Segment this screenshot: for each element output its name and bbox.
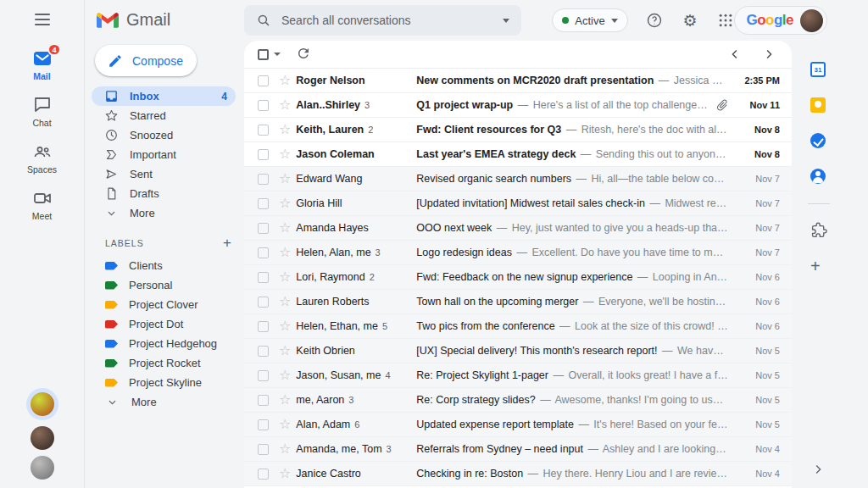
plus-icon[interactable]: + (810, 248, 830, 284)
account-avatar[interactable] (800, 9, 823, 32)
star-icon[interactable]: ☆ (279, 344, 291, 358)
label-item[interactable]: Project Skyline (85, 373, 244, 392)
label-item[interactable]: Project Hedgehog (85, 334, 244, 353)
keep-icon[interactable] (810, 87, 830, 123)
row-checkbox[interactable] (258, 297, 269, 308)
email-row[interactable]: ☆ Amanda Hayes OOO next week — Hey, just… (244, 216, 792, 241)
email-row[interactable]: ☆ Janice Castro Checking in re: Boston —… (244, 462, 792, 486)
sidebar-item[interactable]: Sent (92, 164, 236, 184)
select-all-checkbox[interactable] (258, 49, 269, 60)
email-row[interactable]: ☆ Alan, Adam 6 Updated expense report te… (244, 413, 792, 437)
row-checkbox[interactable] (258, 272, 269, 283)
add-label-button[interactable]: + (223, 236, 232, 250)
email-row[interactable]: ☆ Lori, Raymond 2 Fwd: Feedback on the n… (244, 265, 792, 290)
email-row[interactable]: ☆ Helen, Ethan, me 5 Two pics from the c… (244, 314, 792, 339)
puzzle-icon[interactable] (810, 213, 830, 248)
star-icon[interactable]: ☆ (279, 467, 291, 480)
label-item[interactable]: Clients (85, 256, 244, 275)
star-icon[interactable]: ☆ (279, 123, 291, 136)
contacts-icon[interactable] (810, 158, 830, 194)
settings-button[interactable]: ⚙ (682, 10, 699, 30)
sidebar-item[interactable]: Starred (92, 106, 236, 125)
row-checkbox[interactable] (258, 100, 269, 111)
label-item[interactable]: Personal (85, 275, 244, 295)
avatar[interactable] (31, 426, 54, 450)
row-checkbox[interactable] (258, 247, 269, 258)
star-icon[interactable]: ☆ (279, 442, 291, 456)
star-icon[interactable]: ☆ (279, 246, 291, 259)
labels-more[interactable]: More (85, 392, 244, 412)
sidebar-item[interactable]: Drafts (92, 184, 236, 203)
email-row[interactable]: ☆ Gloria Hill [Updated invitation] Midwe… (244, 191, 792, 216)
tasks-icon[interactable] (810, 123, 830, 158)
email-row[interactable]: ☆ Amanda, me, Tom 3 Referrals from Sydne… (244, 437, 792, 462)
email-row[interactable]: ☆ Keith Obrien [UX] Special delivery! Th… (244, 339, 792, 363)
row-checkbox[interactable] (258, 469, 269, 480)
star-icon[interactable]: ☆ (279, 270, 291, 284)
sidebar-item[interactable]: Inbox 4 (92, 86, 236, 106)
row-checkbox[interactable] (258, 346, 269, 357)
rail-item[interactable]: Spaces (0, 136, 84, 182)
row-checkbox[interactable] (258, 174, 269, 185)
star-icon[interactable]: ☆ (279, 172, 291, 186)
row-checkbox[interactable] (258, 321, 269, 332)
rail-item-label: Meet (32, 211, 52, 221)
collapse-panel-button[interactable] (810, 462, 826, 477)
main-menu-button[interactable] (0, 0, 84, 39)
sidebar-item[interactable]: Snoozed (92, 125, 236, 145)
row-checkbox[interactable] (258, 75, 269, 86)
sidebar-item[interactable]: More (92, 203, 236, 223)
email-row[interactable]: ☆ Lauren Roberts Town hall on the upcomi… (244, 290, 792, 314)
subject-snippet-separator: — (553, 369, 564, 381)
sidebar-item[interactable]: Important (92, 145, 236, 164)
row-checkbox[interactable] (258, 198, 269, 209)
refresh-button[interactable] (296, 46, 313, 63)
star-icon[interactable]: ☆ (279, 147, 291, 161)
older-page-button[interactable] (761, 47, 776, 62)
status-selector[interactable]: Active (552, 8, 627, 32)
rail-item[interactable]: Chat (0, 89, 84, 136)
help-button[interactable] (646, 10, 664, 30)
rail-item[interactable]: 4 Mail (0, 42, 84, 89)
email-row[interactable]: ☆ Alan..Shirley 3 Q1 project wrap-up — H… (244, 93, 792, 118)
star-icon[interactable]: ☆ (279, 74, 291, 87)
star-icon[interactable]: ☆ (279, 295, 291, 308)
thread-count: 5 (382, 321, 387, 331)
row-checkbox[interactable] (258, 395, 269, 406)
apps-grid-button[interactable] (717, 10, 735, 30)
star-icon[interactable]: ☆ (279, 418, 291, 431)
rail-item[interactable]: Meet (0, 182, 84, 229)
row-checkbox[interactable] (258, 149, 269, 160)
row-checkbox[interactable] (258, 125, 269, 136)
star-icon[interactable]: ☆ (279, 221, 291, 235)
newer-page-button[interactable] (727, 47, 743, 62)
row-checkbox[interactable] (258, 419, 269, 430)
avatar[interactable] (31, 392, 54, 416)
email-row[interactable]: ☆ Keith, Lauren 2 Fwd: Client resources … (244, 118, 792, 142)
compose-button[interactable]: Compose (95, 45, 197, 76)
calendar-icon[interactable]: 31 (810, 52, 830, 87)
email-row[interactable]: ☆ Edward Wang Revised organic search num… (244, 167, 792, 191)
star-icon[interactable]: ☆ (279, 369, 291, 382)
email-row[interactable]: ☆ me, Aaron 3 Re: Corp strategy slides? … (244, 388, 792, 413)
email-row[interactable]: ☆ Helen, Alan, me 3 Logo redesign ideas … (244, 241, 792, 265)
label-item[interactable]: Project Dot (85, 314, 244, 334)
row-checkbox[interactable] (258, 444, 269, 455)
star-icon[interactable]: ☆ (279, 98, 291, 112)
select-options-caret-icon[interactable] (274, 53, 281, 56)
row-checkbox[interactable] (258, 370, 269, 381)
search-input[interactable]: Search all conversations (244, 5, 521, 36)
star-icon[interactable]: ☆ (279, 319, 291, 333)
email-row[interactable]: ☆ Jason, Susan, me 4 Re: Project Skyligh… (244, 363, 792, 388)
avatar[interactable] (31, 456, 54, 480)
row-checkbox[interactable] (258, 223, 269, 234)
label-item[interactable]: Project Clover (85, 295, 244, 314)
google-account-pill[interactable]: Google (734, 6, 827, 35)
star-icon[interactable]: ☆ (279, 197, 291, 210)
star-icon[interactable]: ☆ (279, 393, 291, 407)
search-options-caret-icon[interactable] (503, 19, 509, 23)
email-row[interactable]: ☆ Roger Nelson New comments on MCR2020 d… (244, 69, 792, 93)
email-row[interactable]: ☆ Jason Coleman Last year's EMEA strateg… (244, 142, 792, 167)
email-date: Nov 4 (736, 469, 780, 479)
label-item[interactable]: Project Rocket (85, 353, 244, 373)
